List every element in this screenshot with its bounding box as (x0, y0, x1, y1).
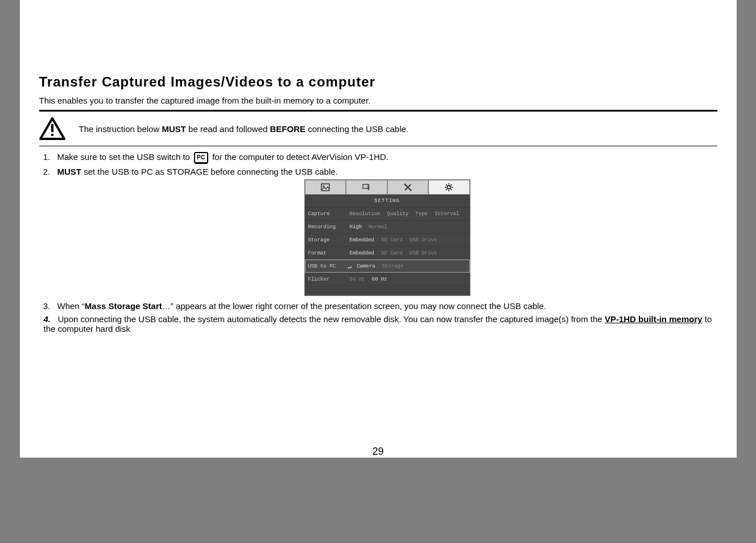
text-underline: VP-1HD built-in memory (605, 314, 703, 324)
settings-row-storage: Storage Embedded SD Card USB Drive (305, 233, 470, 246)
svg-point-6 (404, 184, 406, 186)
opt: Camera (355, 263, 377, 270)
svg-rect-1 (51, 134, 53, 136)
text: connecting the USB cable. (305, 124, 408, 134)
tab-settings-icon (428, 180, 470, 195)
step-2: MUST set the USB to PC as STORAGE before… (53, 167, 717, 295)
svg-line-14 (451, 190, 452, 191)
opt: Embedded (348, 250, 376, 257)
divider (39, 110, 717, 112)
svg-point-3 (323, 186, 324, 187)
tab-presenter-icon (346, 180, 387, 195)
text: Make sure to set the USB switch to (57, 152, 193, 162)
text: Upon connecting the USB cable, the syste… (58, 314, 605, 324)
row-label: Recording (308, 224, 348, 230)
opt: Type (414, 211, 429, 217)
intro-text: This enables you to transfer the capture… (39, 96, 717, 105)
opt: High (348, 224, 364, 231)
list-number: 4. (44, 314, 51, 324)
pc-switch-icon: PC (194, 152, 208, 163)
text-bold: Mass Storage Start (85, 301, 162, 311)
opt: Storage (381, 263, 406, 270)
svg-point-8 (447, 186, 451, 189)
row-label: Format (308, 250, 348, 256)
opt: SD Card (379, 250, 404, 257)
text: The instruction below (79, 124, 162, 134)
viewer-chrome (0, 458, 756, 543)
settings-row-format: Format Embedded SD Card USB Drive (305, 246, 470, 260)
svg-rect-0 (51, 124, 53, 132)
opt: Resolution (348, 211, 382, 217)
opt: 60 Hz (370, 276, 389, 283)
text: When “ (57, 301, 85, 311)
settings-row-recording: Recording High Normal (305, 220, 470, 233)
settings-screenshot: SETTING Capture Resolution Quality Type … (57, 180, 717, 295)
svg-point-5 (368, 184, 370, 186)
warning-text: The instruction below MUST be read and f… (79, 124, 408, 134)
svg-line-16 (451, 184, 452, 186)
svg-point-7 (410, 190, 411, 191)
settings-title: SETTING (305, 195, 470, 207)
text: set the USB to PC as STORAGE before conn… (81, 167, 338, 176)
opt: Normal (367, 224, 389, 231)
row-label: Capture (308, 211, 348, 217)
tab-image-icon (305, 180, 346, 195)
step-4: 4. Upon connecting the USB cable, the sy… (39, 314, 717, 334)
svg-line-15 (446, 190, 447, 191)
opt: USB Drive (408, 237, 439, 244)
settings-row-capture: Capture Resolution Quality Type Interval (305, 207, 470, 220)
settings-tabs (305, 180, 470, 195)
settings-row-flicker: Flicker 50 Hz 60 Hz (305, 273, 470, 286)
step-3: When “Mass Storage Start…” appears at th… (53, 301, 717, 311)
text-bold: MUST (57, 167, 82, 176)
text-bold: MUST (162, 124, 186, 134)
opt: 50 Hz (348, 276, 367, 283)
tab-tools-icon (387, 180, 429, 195)
row-label: Storage (308, 237, 348, 243)
document-page: Transfer Captured Images/Videos to a com… (20, 0, 737, 458)
step-1: Make sure to set the USB switch to PC fo… (53, 152, 717, 163)
page-number: 29 (20, 442, 737, 459)
warning-callout: The instruction below MUST be read and f… (39, 114, 717, 143)
instruction-list: Make sure to set the USB switch to PC fo… (39, 152, 717, 334)
settings-panel: SETTING Capture Resolution Quality Type … (305, 180, 470, 295)
opt: Embedded (348, 237, 376, 244)
settings-row-blank (305, 286, 470, 295)
section-heading: Transfer Captured Images/Videos to a com… (39, 74, 717, 90)
opt: USB Drive (408, 250, 439, 257)
divider (39, 146, 717, 146)
text-bold: BEFORE (270, 124, 306, 134)
row-label: USB to PC (308, 264, 348, 269)
text: be read and followed (186, 124, 270, 134)
text: …” appears at the lower right corner of … (162, 301, 546, 311)
opt: SD Card (379, 237, 404, 244)
opt: Quality (386, 211, 411, 217)
enter-icon: ↵ (348, 263, 352, 270)
row-label: Flicker (308, 277, 348, 282)
opt: Interval (433, 211, 461, 217)
svg-line-13 (446, 184, 447, 186)
svg-rect-4 (363, 184, 368, 188)
text: for the computer to detect AVerVision VP… (212, 152, 389, 162)
warning-icon (39, 117, 65, 140)
settings-row-usb-to-pc: USB to PC ↵ Camera Storage (305, 260, 470, 273)
